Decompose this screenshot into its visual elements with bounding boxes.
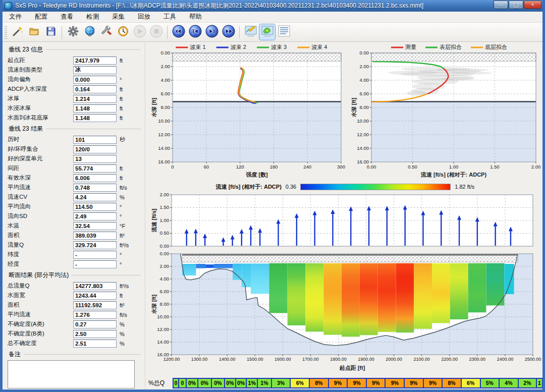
measurement-panel: 垂线 23 信息起点距2417.979ft流速剖面类型冰流向偏角0.000°AD… (3, 42, 145, 389)
field-value[interactable]: 120/0 (73, 145, 117, 153)
field-label: 间距 (8, 164, 73, 172)
wrench-button[interactable] (98, 24, 114, 40)
field-value[interactable]: 0.000 (73, 76, 117, 84)
field-value[interactable]: 0.164 (73, 85, 117, 93)
field-label: 总流量Q (8, 282, 73, 290)
fast-forward-button[interactable] (221, 24, 236, 40)
field-value[interactable]: 1243.44 (73, 292, 117, 300)
pct-q-cell: 9% (386, 379, 404, 387)
clock-button[interactable] (115, 24, 131, 40)
step-forward-button[interactable] (204, 24, 220, 40)
pct-q-cell: 0% (225, 379, 235, 387)
svg-text:2200.00: 2200.00 (441, 357, 458, 362)
menu-查看[interactable]: 查看 (54, 11, 80, 23)
svg-text:16.00: 16.00 (158, 159, 170, 164)
globe-button[interactable] (82, 24, 97, 40)
close-button[interactable]: × (524, 1, 541, 9)
rewind-button[interactable] (171, 24, 186, 40)
field-label: 面积 (8, 301, 73, 309)
field-value[interactable]: 32.54 (73, 222, 117, 230)
svg-text:6.00: 6.00 (161, 91, 171, 96)
svg-text:0.00: 0.00 (161, 50, 171, 55)
field-unit: ft² (120, 302, 125, 308)
field-value[interactable]: 2.50 (73, 330, 117, 338)
field-value[interactable]: 55.774 (73, 164, 117, 173)
svg-text:1.00: 1.00 (449, 164, 459, 170)
field-value[interactable]: 14277.803 (73, 282, 117, 290)
wizard-button[interactable] (10, 24, 25, 40)
field-value[interactable]: 1.276 (73, 311, 117, 319)
menu-帮助[interactable]: 帮助 (183, 11, 208, 23)
clock-icon (117, 25, 129, 39)
field-value[interactable]: 2417.979 (73, 57, 117, 65)
field-value[interactable]: 101 (73, 136, 117, 144)
svg-text:2.00: 2.00 (360, 64, 369, 69)
field-value[interactable]: 1.148 (73, 114, 117, 122)
svg-text:波束 4: 波束 4 (311, 44, 327, 50)
field-label: 流量Q (8, 241, 73, 249)
field-row: 水温32.54°F (8, 221, 145, 231)
field-label: 有效水深 (8, 174, 73, 182)
field-value[interactable]: - (73, 260, 117, 268)
open-folder-button[interactable] (26, 24, 42, 40)
menu-配置[interactable]: 配置 (28, 11, 54, 23)
view-contour-button[interactable] (259, 24, 275, 40)
menu-工具[interactable]: 工具 (157, 11, 183, 23)
field-value[interactable]: 2.51 (73, 340, 117, 348)
field-value[interactable]: 1.214 (73, 95, 117, 103)
gear-button[interactable] (65, 24, 81, 40)
minimize-button[interactable]: – (494, 1, 508, 9)
field-row: 平均流速1.276ft/s (8, 310, 145, 319)
view-text-button[interactable] (276, 24, 292, 40)
field-value[interactable]: 冰 (73, 66, 117, 74)
field-unit: ft² (120, 233, 125, 239)
toolbar-drag-handle[interactable] (5, 26, 7, 39)
field-label: 经度 (8, 260, 73, 268)
group-title: 垂线 23 结果 (9, 125, 145, 133)
field-row: 总不确定度2.51% (8, 339, 145, 348)
svg-text:300: 300 (337, 164, 345, 170)
rewind-icon (172, 25, 185, 40)
maximize-button[interactable]: ▢ (509, 1, 523, 9)
view-edit-button[interactable] (243, 24, 258, 40)
step-back-button[interactable] (187, 24, 203, 40)
field-value[interactable]: 389.039 (73, 232, 117, 240)
field-value[interactable]: 4.24 (73, 193, 117, 201)
pct-q-cell: 2% (519, 379, 536, 387)
notes-box[interactable] (8, 360, 135, 388)
menu-采集[interactable]: 采集 (105, 11, 131, 23)
menu-文件[interactable]: 文件 (3, 11, 28, 23)
field-value[interactable]: 0.27 (73, 320, 117, 328)
svg-text:2300.00: 2300.00 (469, 357, 486, 362)
field-label: 平均流速 (8, 311, 73, 318)
discharge-percent-row: %总Q 000%0%0%0%0%1%1%3%6%8%9%9%9%9%9%9%8%… (148, 377, 543, 389)
svg-text:水深 [ft]: 水深 [ft] (151, 98, 157, 118)
field-row: 纬度-° (8, 250, 145, 259)
field-value[interactable]: 329.724 (73, 241, 117, 249)
field-value[interactable]: 0.748 (73, 184, 117, 192)
save-button[interactable] (43, 24, 59, 40)
menu-回放[interactable]: 回放 (131, 11, 157, 23)
field-unit: % (120, 194, 125, 200)
field-value[interactable]: 11192.592 (73, 301, 117, 309)
field-value[interactable]: 1.148 (73, 104, 117, 113)
field-row: 流速剖面类型冰 (8, 65, 145, 75)
field-unit: ft (120, 96, 123, 102)
field-value[interactable]: 6.006 (73, 174, 117, 182)
beam-intensity-chart: 0.002.004.006.008.0010.0012.0014.0016.00… (148, 43, 346, 182)
field-value[interactable]: 2.49 (73, 212, 117, 220)
field-row: 水面到冰花底厚1.148ft (8, 113, 145, 123)
field-row: 面积389.039ft² (8, 231, 145, 240)
field-unit: ft (120, 105, 123, 111)
field-row: 平均流向114.50° (8, 202, 145, 211)
toolbar-separator (167, 26, 168, 39)
field-value[interactable]: 114.50 (73, 203, 117, 211)
svg-text:0.00: 0.00 (360, 50, 369, 55)
pct-q-cell: 9% (367, 379, 385, 387)
pct-q-cell: 1% (258, 379, 271, 387)
field-row: 不确定度(B类)2.50% (8, 329, 145, 339)
field-value[interactable]: 13 (73, 155, 117, 163)
svg-text:16.00: 16.00 (157, 352, 169, 357)
menu-检测[interactable]: 检测 (80, 11, 105, 23)
field-value[interactable]: - (73, 251, 117, 259)
